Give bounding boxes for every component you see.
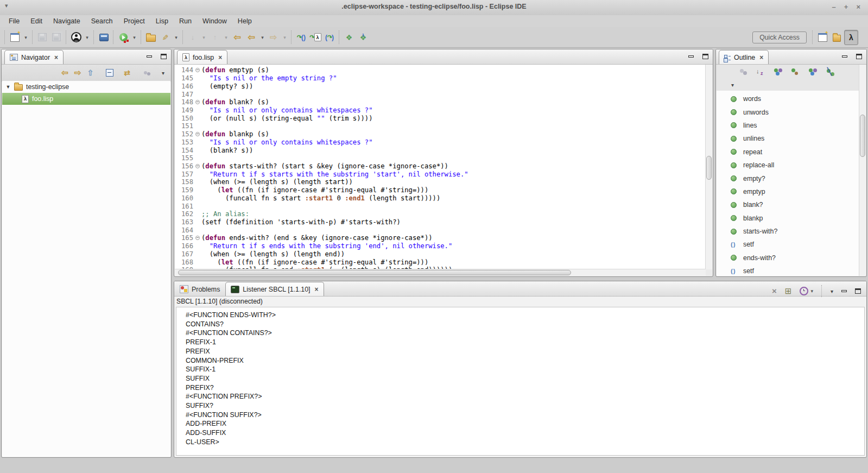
open-console-button[interactable] bbox=[97, 30, 110, 45]
marker-dropdown[interactable]: ▾ bbox=[173, 30, 180, 45]
menu-search[interactable]: Search bbox=[86, 16, 118, 26]
collapse-all-icon[interactable] bbox=[106, 69, 113, 77]
outline-item-unwords[interactable]: unwords bbox=[717, 105, 859, 118]
filter-slots-icon[interactable] bbox=[791, 68, 801, 77]
fold-marker[interactable] bbox=[193, 132, 201, 136]
code-line-164[interactable]: 164 bbox=[175, 226, 706, 234]
back-button[interactable]: ⇦ bbox=[245, 30, 258, 45]
menu-lisp[interactable]: Lisp bbox=[150, 16, 174, 26]
focus-icon[interactable] bbox=[739, 68, 749, 77]
fold-marker[interactable] bbox=[193, 100, 201, 104]
outline-item-repeat[interactable]: repeat bbox=[717, 146, 859, 159]
outline-item-starts-with?[interactable]: starts-with? bbox=[717, 225, 859, 238]
editor-vertical-scrollbar[interactable] bbox=[705, 65, 712, 269]
maximize-view-button[interactable] bbox=[856, 54, 862, 59]
console-viewport[interactable]: #<FUNCTION ENDS-WITH?>CONTAINS?#<FUNCTIO… bbox=[176, 307, 865, 456]
eval-region-button[interactable]: (↷) bbox=[323, 30, 336, 45]
forward-dropdown[interactable]: ▾ bbox=[281, 30, 288, 45]
minimize-view-button[interactable] bbox=[842, 55, 847, 58]
fold-marker[interactable] bbox=[193, 164, 201, 168]
close-icon[interactable]: × bbox=[315, 286, 319, 293]
load-file-button[interactable]: ↷λ bbox=[309, 30, 322, 45]
menu-navigate[interactable]: Navigate bbox=[48, 16, 86, 26]
code-line-155[interactable]: 155 bbox=[175, 154, 706, 162]
code-line-167[interactable]: 167 (when (>= (length s) (length end)) bbox=[175, 250, 706, 258]
code-line-166[interactable]: 166 "Return t if s ends with the substri… bbox=[175, 242, 706, 250]
view-menu-icon[interactable]: ▾ bbox=[162, 70, 164, 76]
view-menu-icon[interactable]: ▾ bbox=[831, 288, 833, 294]
outline-item-unlines[interactable]: unlines bbox=[717, 132, 859, 145]
view-menu-icon[interactable]: ▾ bbox=[731, 82, 734, 88]
code-line-168[interactable]: 168 (let ((fn (if ignore-case #'string-e… bbox=[175, 258, 706, 266]
save-all-button[interactable] bbox=[50, 30, 63, 45]
outline-item-empty?[interactable]: empty? bbox=[717, 172, 859, 185]
up-one-level-icon[interactable]: ⇧ bbox=[87, 68, 94, 77]
code-line-151[interactable]: 151 bbox=[175, 122, 706, 130]
quick-access-button[interactable]: Quick Access bbox=[752, 31, 807, 43]
editor-horizontal-scrollbar[interactable] bbox=[175, 269, 706, 276]
tree-expander-icon[interactable]: ▼ bbox=[5, 84, 11, 90]
menu-run[interactable]: Run bbox=[174, 16, 197, 26]
minimize-view-button[interactable] bbox=[841, 290, 847, 292]
code-line-160[interactable]: 160 (funcall fn s start :start1 0 :end1 … bbox=[175, 194, 706, 203]
code-line-148[interactable]: 148(defun blank? (s) bbox=[175, 98, 706, 106]
outline-item-replace-all[interactable]: replace-all bbox=[717, 159, 859, 172]
filter-types-icon[interactable] bbox=[808, 68, 818, 77]
hide-functions-icon[interactable]: ╲ bbox=[826, 68, 835, 77]
next-annotation-dropdown[interactable]: ▾ bbox=[200, 30, 207, 45]
previous-annotation-dropdown[interactable]: ▾ bbox=[223, 30, 230, 45]
tree-item-project[interactable]: ▼ testing-eclipse bbox=[2, 81, 170, 93]
outline-list[interactable]: wordsunwordslinesunlinesrepeatreplace-al… bbox=[717, 91, 859, 276]
scrollbar-thumb[interactable] bbox=[178, 270, 571, 275]
account-dropdown[interactable]: ▾ bbox=[84, 30, 91, 45]
tree-item-file-selected[interactable]: λ foo.lisp bbox=[2, 93, 170, 105]
maximize-view-button[interactable] bbox=[855, 288, 861, 294]
sort-by-type-icon[interactable] bbox=[774, 68, 783, 77]
code-line-162[interactable]: 162;; An alias: bbox=[175, 210, 706, 218]
menu-file[interactable]: File bbox=[3, 16, 25, 26]
close-icon[interactable]: × bbox=[218, 54, 222, 61]
minimize-window-button[interactable]: – bbox=[832, 2, 836, 12]
outline-item-setf[interactable]: ()setf bbox=[717, 264, 859, 276]
outline-item-blank?[interactable]: blank? bbox=[717, 198, 859, 211]
save-button[interactable] bbox=[36, 30, 49, 45]
tab-listener-sbcl[interactable]: Listener SBCL [1.1.10] × bbox=[225, 282, 324, 296]
maximize-window-button[interactable]: + bbox=[844, 2, 848, 12]
code-line-149[interactable]: 149 "Is s nil or only contains whitespac… bbox=[175, 106, 706, 115]
code-line-145[interactable]: 145 "Is s nil or the empty string ?" bbox=[175, 74, 706, 83]
tab-problems[interactable]: Problems bbox=[174, 282, 225, 296]
new-dropdown[interactable]: ▾ bbox=[22, 30, 29, 45]
outline-item-setf[interactable]: ()setf bbox=[717, 238, 859, 251]
previous-annotation-button[interactable]: ↑ bbox=[208, 30, 221, 45]
code-line-159[interactable]: 159 (let ((fn (if ignore-case #'string-e… bbox=[175, 186, 706, 194]
display-selected-console-button[interactable]: ▾ bbox=[800, 287, 813, 295]
terminate-icon[interactable]: × bbox=[772, 287, 777, 295]
menu-window[interactable]: Window bbox=[197, 16, 232, 26]
close-window-button[interactable]: × bbox=[856, 2, 860, 12]
code-line-156[interactable]: 156(defun starts-with? (start s &key (ig… bbox=[175, 162, 706, 171]
code-line-150[interactable]: 150 (or (null s) (string-equal "" (trim … bbox=[175, 114, 706, 122]
code-line-153[interactable]: 153 "Is s nil or only contains whitespac… bbox=[175, 138, 706, 146]
last-edit-location-button[interactable]: ⇦ bbox=[231, 30, 244, 45]
forward-button[interactable]: ⇨ bbox=[267, 30, 280, 45]
code-line-165[interactable]: 165(defun ends-with? (end s &key (ignore… bbox=[175, 234, 706, 242]
resource-perspective-button[interactable] bbox=[830, 30, 843, 45]
maximize-view-button[interactable] bbox=[161, 54, 167, 59]
code-line-161[interactable]: 161 bbox=[175, 202, 706, 210]
new-button[interactable] bbox=[8, 30, 21, 45]
fold-marker[interactable] bbox=[193, 236, 201, 240]
code-line-154[interactable]: 154 (blank? s)) bbox=[175, 146, 706, 154]
back-dropdown[interactable]: ▾ bbox=[259, 30, 266, 45]
menu-project[interactable]: Project bbox=[118, 16, 150, 26]
sync-icon[interactable] bbox=[144, 71, 150, 75]
fold-marker[interactable] bbox=[193, 68, 201, 72]
open-resource-button[interactable] bbox=[144, 30, 157, 45]
outline-item-lines[interactable]: lines bbox=[717, 119, 859, 132]
tab-navigator[interactable]: Navigator × bbox=[4, 50, 64, 64]
minimize-view-button[interactable] bbox=[688, 55, 694, 58]
code-line-147[interactable]: 147 bbox=[175, 90, 706, 98]
sort-alphabetically-icon[interactable]: ↓z bbox=[756, 68, 766, 77]
tab-outline[interactable]: Outline × bbox=[719, 50, 769, 64]
link-with-editor-icon[interactable]: ⇄ bbox=[124, 68, 130, 77]
marker-button[interactable]: ✎ bbox=[159, 30, 172, 45]
